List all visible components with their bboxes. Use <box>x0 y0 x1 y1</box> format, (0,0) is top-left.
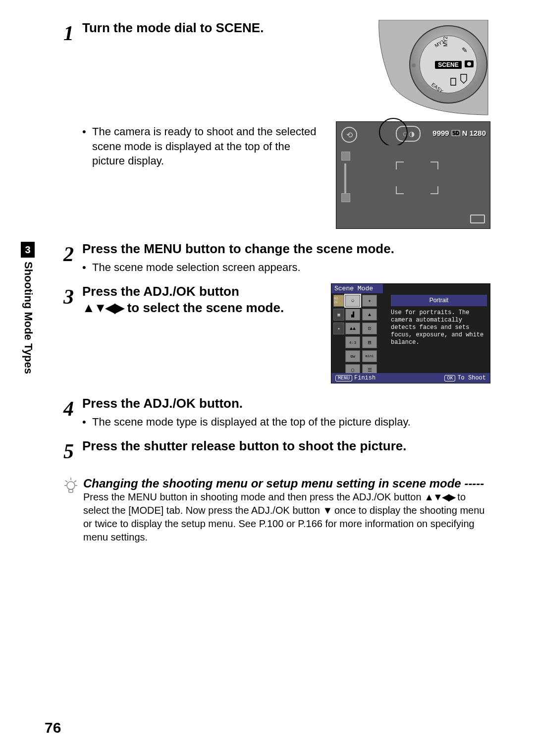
tab-mode: MO DE <box>333 295 344 307</box>
svg-point-12 <box>67 482 75 489</box>
step-1-bullet: The camera is ready to shoot and the sel… <box>92 124 321 168</box>
direction-arrows-icon: ▲▼◀▶ <box>82 300 123 315</box>
mode-dial-illustration: SCENE MY1 MY2 EASY ✎ <box>376 20 490 116</box>
step-3-title: Press the ADJ./OK button ▲▼◀▶ to select … <box>82 283 324 316</box>
battery-icon <box>470 215 485 223</box>
page-number: 76 <box>45 719 61 736</box>
step-4-number: 4 <box>63 395 82 419</box>
lcd-shooting-preview: ⟲ ☺◑ 9999 SD N 1280 <box>336 121 490 229</box>
step-1-title: Turn the mode dial to SCENE. <box>82 20 367 36</box>
foot-right-text: To Shoot <box>457 375 486 381</box>
step-1-number: 1 <box>63 20 82 44</box>
step-5-title: Press the shutter release button to shoo… <box>82 438 490 454</box>
tab-setup-icon: ✦ <box>333 323 344 334</box>
image-size: N 1280 <box>462 129 486 137</box>
svg-rect-13 <box>69 489 73 492</box>
scene-name: Portrait <box>391 295 487 306</box>
svg-line-15 <box>65 481 67 482</box>
step-4-bullet: The scene mode type is displayed at the … <box>92 415 411 430</box>
svg-text:SCENE: SCENE <box>438 61 458 68</box>
bullet-dot: • <box>82 415 92 430</box>
chapter-tab: 3 <box>21 242 35 258</box>
tab-camera-icon: ▣ <box>333 309 344 321</box>
menu-header: Scene Mode <box>331 284 383 293</box>
step-2-number: 2 <box>63 241 82 265</box>
note-body: Press the MENU button in shooting mode a… <box>83 490 490 544</box>
direction-arrows-icon: ▲▼◀▶ <box>424 491 455 502</box>
card-icon: SD <box>451 130 460 136</box>
ok-button-label: OK <box>444 375 455 381</box>
step-2-bullet: The scene mode selection screen appears. <box>92 260 301 275</box>
menu-button-label: MENU <box>335 375 352 381</box>
scene-grid: ☺✦ ▟▲ ▲▲⊡ 4:3▤ BWmini ▢☰ <box>345 295 377 376</box>
svg-point-10 <box>412 63 416 67</box>
chapter-title-vertical: Shooting Mode Types <box>22 262 35 374</box>
svg-text:✎: ✎ <box>462 46 468 54</box>
tip-lightbulb-icon <box>63 477 83 544</box>
svg-point-11 <box>379 118 407 145</box>
step-5-number: 5 <box>63 438 82 462</box>
step-2-title: Press the MENU button to change the scen… <box>82 241 490 257</box>
zoom-icon: ⟲ <box>341 127 357 143</box>
note-title: Changing the shooting menu or setup menu… <box>83 477 490 490</box>
scene-portrait-icon: ☺ <box>345 295 360 307</box>
scene-mode-menu: Scene Mode MO DE ▣ ✦ ☺✦ ▟▲ ▲▲⊡ 4:3▤ BWmi… <box>331 283 490 383</box>
step-4-title: Press the ADJ./OK button. <box>82 395 490 412</box>
shots-remaining: 9999 <box>432 129 449 137</box>
bullet-dot: • <box>82 260 92 275</box>
svg-point-8 <box>467 62 471 66</box>
svg-line-16 <box>74 481 76 482</box>
step-3-number: 3 <box>63 283 82 307</box>
foot-left-text: Finish <box>354 375 375 381</box>
svg-text:MY2: MY2 <box>443 36 448 47</box>
scene-description: Use for portraits. The camera automatica… <box>391 309 487 346</box>
down-arrow-icon: ▼ <box>323 505 332 516</box>
callout-circle <box>374 110 413 145</box>
bullet-dot: • <box>82 124 92 168</box>
